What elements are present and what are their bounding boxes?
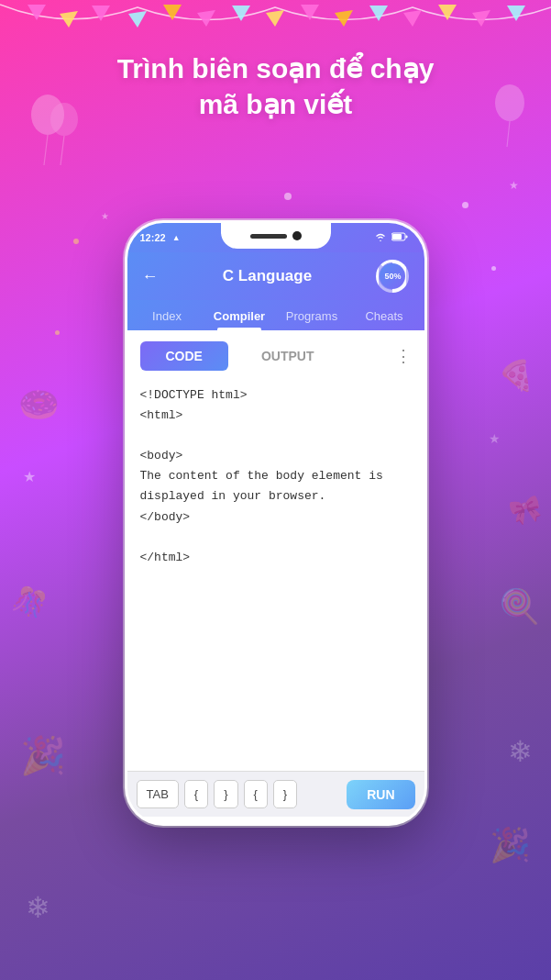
svg-marker-5 bbox=[197, 10, 215, 27]
hero-text: Trình biên soạn để chạy mã bạn viết bbox=[0, 50, 551, 122]
svg-marker-7 bbox=[266, 10, 284, 27]
svg-marker-3 bbox=[128, 11, 147, 28]
tab-key[interactable]: TAB bbox=[137, 780, 179, 808]
pizza-decoration: 🍕 bbox=[498, 358, 534, 393]
code-line-1: <!DOCTYPE html> bbox=[140, 385, 412, 406]
star-small-3: ★ bbox=[489, 431, 501, 446]
wifi-icon bbox=[374, 232, 387, 243]
bunting-decoration bbox=[0, 0, 551, 37]
status-time: 12:22 bbox=[140, 232, 166, 243]
code-line-4: <body> bbox=[140, 446, 412, 466]
lollipop-decoration: 🍭 bbox=[499, 587, 540, 626]
tab-index-label: Index bbox=[152, 309, 182, 323]
code-tab-button[interactable]: CODE bbox=[140, 341, 228, 371]
svg-rect-22 bbox=[392, 234, 402, 239]
svg-rect-23 bbox=[405, 236, 407, 239]
party-hat-right: 🎉 bbox=[490, 826, 531, 864]
nav-tabs: Index Compiler Programs Cheats bbox=[127, 300, 424, 330]
open-brace-label-2: { bbox=[254, 787, 258, 801]
code-line-6: </body> bbox=[140, 507, 412, 528]
ribbon-left: 🎊 bbox=[9, 583, 50, 622]
close-brace-label: } bbox=[224, 787, 227, 801]
code-line-3 bbox=[140, 426, 412, 446]
svg-marker-10 bbox=[369, 6, 388, 21]
ribbon-right: 🎀 bbox=[506, 492, 545, 529]
close-brace-key-2[interactable]: } bbox=[273, 780, 297, 808]
hero-line1: Trình biên soạn để chạy bbox=[117, 53, 435, 84]
code-line-7 bbox=[140, 528, 412, 548]
close-brace-label-2: } bbox=[283, 787, 287, 801]
svg-marker-14 bbox=[507, 6, 525, 21]
notch-speaker bbox=[250, 234, 287, 239]
tab-programs[interactable]: Programs bbox=[276, 300, 348, 330]
svg-marker-2 bbox=[92, 6, 110, 21]
app-header: ← C Language 50% bbox=[127, 252, 424, 300]
open-brace-key-2[interactable]: { bbox=[244, 780, 268, 808]
svg-marker-1 bbox=[60, 11, 78, 28]
tab-compiler[interactable]: Compiler bbox=[204, 300, 276, 330]
phone-frame: 12:22 ▲ bbox=[125, 220, 427, 826]
svg-marker-8 bbox=[301, 5, 319, 20]
code-container: CODE OUTPUT ⋮ <!DOCTYPE html> <html> <bo… bbox=[127, 330, 424, 771]
svg-marker-11 bbox=[403, 10, 422, 27]
keyboard-bar: TAB { } { } RUN bbox=[127, 771, 424, 817]
progress-circle: 50% bbox=[376, 260, 409, 293]
status-right bbox=[374, 232, 408, 243]
open-brace-label: { bbox=[194, 787, 198, 801]
tab-index[interactable]: Index bbox=[131, 300, 204, 330]
dot-2 bbox=[73, 239, 79, 244]
back-button[interactable]: ← bbox=[142, 267, 159, 286]
star-small-2: ★ bbox=[101, 211, 109, 221]
dot-4 bbox=[462, 202, 468, 208]
status-left: 12:22 ▲ bbox=[140, 232, 181, 243]
output-tab-button[interactable]: OUTPUT bbox=[236, 341, 340, 371]
phone-notch bbox=[221, 223, 331, 249]
more-options-button[interactable]: ⋮ bbox=[395, 346, 412, 366]
code-line-5: The content of the body element is displ… bbox=[140, 466, 412, 507]
close-brace-key[interactable]: } bbox=[214, 780, 237, 808]
dot-1 bbox=[284, 193, 292, 200]
run-button[interactable]: RUN bbox=[347, 780, 414, 809]
svg-marker-12 bbox=[438, 5, 457, 20]
snowflake-right: ❄ bbox=[508, 734, 533, 769]
svg-marker-4 bbox=[163, 5, 182, 20]
donut-decoration: 🍩 bbox=[18, 385, 60, 424]
dot-5 bbox=[55, 330, 60, 335]
star-decoration-left: ★ bbox=[23, 468, 36, 485]
notch-camera bbox=[292, 231, 302, 240]
tab-key-label: TAB bbox=[147, 787, 169, 801]
dot-3 bbox=[491, 266, 496, 271]
code-output-tabs: CODE OUTPUT ⋮ bbox=[127, 330, 424, 378]
svg-marker-6 bbox=[232, 6, 250, 21]
open-brace-key[interactable]: { bbox=[184, 780, 208, 808]
svg-line-18 bbox=[61, 136, 64, 165]
tab-compiler-label: Compiler bbox=[214, 309, 265, 323]
code-editor[interactable]: <!DOCTYPE html> <html> <body> The conten… bbox=[127, 378, 424, 771]
star-small-1: ★ bbox=[509, 179, 519, 192]
party-hat-left: 🎉 bbox=[20, 734, 66, 777]
svg-line-17 bbox=[44, 135, 48, 165]
phone-mockup: 12:22 ▲ bbox=[125, 220, 427, 826]
svg-marker-9 bbox=[335, 10, 353, 27]
code-line-8: </html> bbox=[140, 548, 412, 568]
battery-icon bbox=[391, 232, 408, 243]
hero-line2: mã bạn viết bbox=[199, 89, 353, 119]
svg-marker-0 bbox=[28, 5, 46, 20]
code-line-2: <html> bbox=[140, 406, 412, 426]
snowflake-left: ❄ bbox=[26, 890, 50, 925]
tab-cheats[interactable]: Cheats bbox=[348, 300, 421, 330]
tab-cheats-label: Cheats bbox=[365, 309, 402, 323]
svg-marker-13 bbox=[472, 10, 490, 27]
progress-value: 50% bbox=[384, 272, 401, 281]
app-title: C Language bbox=[223, 267, 312, 285]
signal-icon: ▲ bbox=[172, 233, 181, 242]
svg-line-20 bbox=[507, 121, 510, 147]
progress-label: 50% bbox=[380, 263, 405, 289]
tab-programs-label: Programs bbox=[286, 309, 337, 323]
